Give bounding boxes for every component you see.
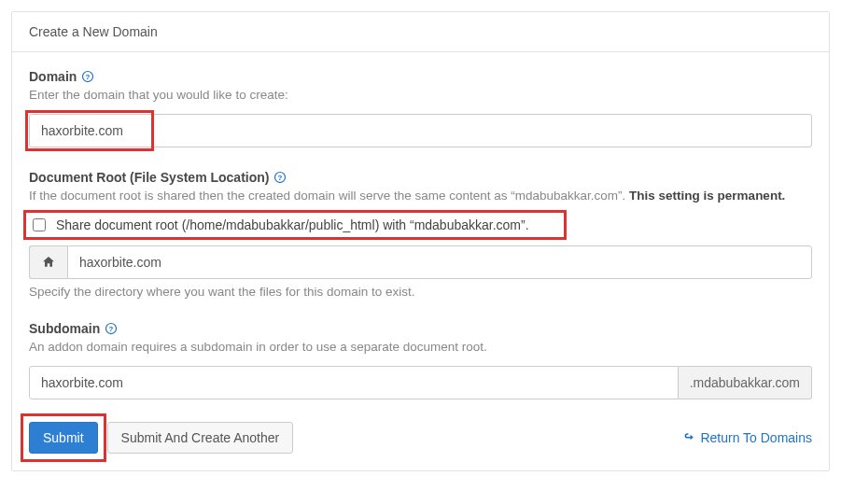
docroot-group: Document Root (File System Location) ? I… (29, 170, 812, 298)
domain-group: Domain ? Enter the domain that you would… (29, 69, 812, 147)
docroot-note: Specify the directory where you want the… (29, 285, 812, 299)
subdomain-input[interactable] (29, 366, 679, 399)
help-icon[interactable]: ? (273, 171, 287, 184)
actions-row: Submit Submit And Create Another Return … (29, 422, 812, 454)
domain-label-row: Domain ? (29, 69, 812, 84)
share-docroot-row[interactable]: Share document root (/home/mdabubakkar/p… (29, 216, 812, 234)
svg-text:?: ? (86, 73, 91, 81)
svg-text:?: ? (109, 324, 114, 332)
subdomain-label: Subdomain (29, 321, 100, 336)
share-docroot-checkbox[interactable] (33, 218, 46, 231)
home-icon (29, 245, 67, 279)
docroot-desc-text: If the document root is shared then the … (29, 189, 629, 203)
panel-title: Create a New Domain (12, 12, 829, 52)
subdomain-group: Subdomain ? An addon domain requires a s… (29, 321, 812, 399)
docroot-label: Document Root (File System Location) (29, 170, 269, 185)
docroot-path-input[interactable] (67, 245, 812, 279)
return-link-text: Return To Domains (700, 430, 812, 445)
svg-text:?: ? (278, 174, 283, 182)
docroot-path-group (29, 245, 812, 279)
submit-another-button[interactable]: Submit And Create Another (107, 422, 294, 454)
docroot-desc-strong: This setting is permanent. (629, 189, 785, 203)
subdomain-input-group: .mdabubakkar.com (29, 366, 812, 399)
subdomain-label-row: Subdomain ? (29, 321, 812, 336)
share-docroot-label: Share document root (/home/mdabubakkar/p… (56, 217, 529, 232)
domain-input[interactable] (29, 114, 812, 147)
domain-desc: Enter the domain that you would like to … (29, 86, 812, 105)
subdomain-suffix: .mdabubakkar.com (679, 366, 812, 399)
subdomain-desc: An addon domain requires a subdomain in … (29, 338, 812, 357)
help-icon[interactable]: ? (81, 70, 94, 83)
docroot-label-row: Document Root (File System Location) ? (29, 170, 812, 185)
return-arrow-icon (683, 431, 695, 443)
return-to-domains-link[interactable]: Return To Domains (683, 430, 812, 445)
create-domain-panel: Create a New Domain Domain ? Enter the d… (11, 11, 830, 471)
panel-body: Domain ? Enter the domain that you would… (12, 52, 829, 470)
submit-button[interactable]: Submit (29, 422, 98, 454)
help-icon[interactable]: ? (105, 322, 118, 335)
domain-label: Domain (29, 69, 77, 84)
docroot-desc: If the document root is shared then the … (29, 187, 812, 205)
